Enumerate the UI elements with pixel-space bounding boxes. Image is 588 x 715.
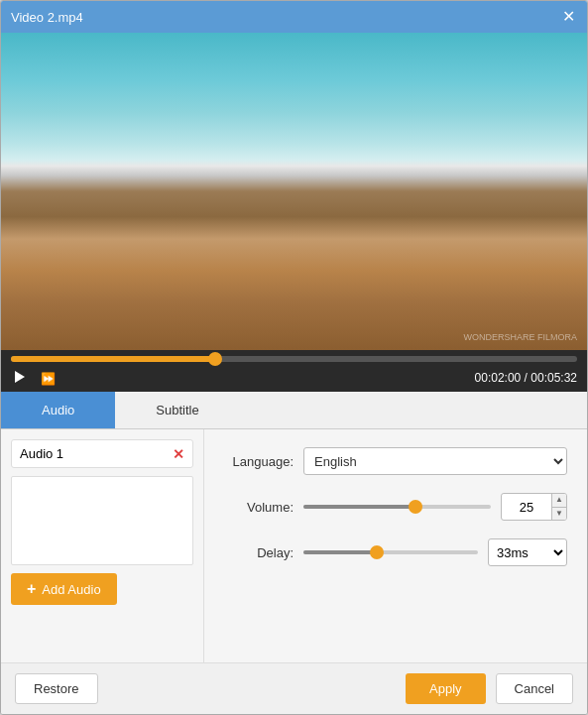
- progress-bar[interactable]: [11, 356, 577, 362]
- restore-button[interactable]: Restore: [15, 673, 98, 704]
- volume-down-button[interactable]: ▼: [552, 508, 566, 521]
- volume-row: Volume: ▲ ▼: [224, 493, 567, 521]
- delay-slider-container[interactable]: [303, 542, 478, 562]
- progress-thumb[interactable]: [208, 352, 222, 366]
- main-window: Video 2.mp4 ✕ WONDERSHARE FILMORA 00:02: [0, 0, 588, 715]
- volume-input-container: ▲ ▼: [501, 493, 567, 521]
- volume-input[interactable]: [502, 498, 551, 517]
- volume-up-button[interactable]: ▲: [552, 494, 566, 508]
- video-thumbnail: [1, 33, 587, 350]
- watermark-text: WONDERSHARE FILMORA: [463, 332, 577, 342]
- tab-audio-label: Audio: [42, 403, 74, 417]
- add-audio-label: Add Audio: [42, 582, 100, 597]
- language-label: Language:: [224, 454, 294, 469]
- main-content: Audio 1 ✕ + Add Audio Language: English …: [1, 429, 587, 662]
- play-button[interactable]: [11, 368, 29, 388]
- cancel-button[interactable]: Cancel: [496, 673, 573, 704]
- left-panel: Audio 1 ✕ + Add Audio: [1, 429, 204, 662]
- tab-audio[interactable]: Audio: [1, 392, 115, 428]
- delay-track: [303, 550, 478, 554]
- delay-row: Delay: 0ms 10ms 20ms 33ms 50ms 100ms: [224, 538, 567, 566]
- volume-fill: [303, 505, 415, 509]
- tabs-area: Audio Subtitle: [1, 392, 587, 429]
- volume-thumb[interactable]: [409, 500, 422, 514]
- delay-label: Delay:: [224, 545, 294, 560]
- language-row: Language: English French German Spanish …: [224, 447, 567, 475]
- title-bar: Video 2.mp4 ✕: [1, 1, 587, 33]
- tab-subtitle-label: Subtitle: [156, 403, 198, 417]
- video-preview: WONDERSHARE FILMORA: [1, 33, 587, 350]
- volume-label: Volume:: [224, 500, 294, 515]
- time-display: 00:02:00 / 00:05:32: [475, 371, 577, 385]
- volume-track: [303, 505, 491, 509]
- plus-icon: +: [27, 580, 36, 598]
- close-button[interactable]: ✕: [560, 9, 577, 25]
- delay-fill: [303, 550, 377, 554]
- progress-fill: [11, 356, 215, 362]
- progress-area: 00:02:00 / 00:05:32: [1, 350, 587, 392]
- audio-item-label: Audio 1: [20, 446, 63, 461]
- remove-audio-button[interactable]: ✕: [173, 447, 184, 461]
- play-icon: [15, 370, 25, 386]
- controls-left: [11, 368, 59, 388]
- delay-select[interactable]: 0ms 10ms 20ms 33ms 50ms 100ms: [488, 538, 567, 566]
- total-time: 00:05:32: [530, 371, 577, 385]
- apply-button[interactable]: Apply: [406, 673, 486, 704]
- audio-item-1: Audio 1 ✕: [11, 439, 193, 468]
- window-title: Video 2.mp4: [11, 10, 83, 25]
- volume-slider-container[interactable]: [303, 497, 491, 517]
- volume-spinners: ▲ ▼: [551, 494, 566, 520]
- current-time: 00:02:00: [475, 371, 522, 385]
- audio-list-box: [11, 476, 193, 565]
- controls-row: 00:02:00 / 00:05:32: [11, 368, 577, 388]
- fast-forward-button[interactable]: [37, 368, 59, 388]
- fast-forward-icon: [41, 370, 56, 386]
- right-buttons: Apply Cancel: [406, 673, 573, 704]
- language-select[interactable]: English French German Spanish Chinese Ja…: [303, 447, 567, 475]
- bottom-bar: Restore Apply Cancel: [1, 662, 587, 714]
- delay-thumb[interactable]: [370, 545, 384, 559]
- right-panel: Language: English French German Spanish …: [204, 429, 587, 662]
- add-audio-button[interactable]: + Add Audio: [11, 573, 117, 605]
- tab-subtitle[interactable]: Subtitle: [115, 392, 239, 428]
